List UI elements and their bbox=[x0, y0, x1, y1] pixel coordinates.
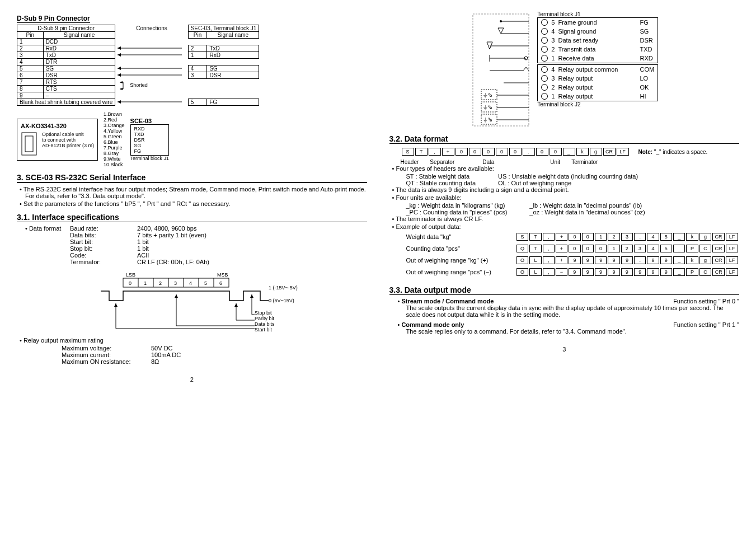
svg-text:LSB: LSB bbox=[126, 272, 135, 278]
svg-text:0 (5V~15V): 0 (5V~15V) bbox=[269, 298, 294, 303]
page-3: ⏚⇘ ⏚⇘ ⏚⇘ Terminal block J1 5 Frame groun… bbox=[389, 11, 740, 383]
connector-table: D-Sub 9 pin Connector Connections SEC-03… bbox=[17, 25, 259, 106]
svg-text:1 (-15V~-5V): 1 (-15V~-5V) bbox=[269, 285, 298, 291]
th-sig2: Signal name bbox=[207, 32, 259, 39]
page-2: D-Sub 9 Pin Connector D-Sub 9 pin Connec… bbox=[17, 11, 367, 383]
svg-text:4: 4 bbox=[189, 280, 192, 286]
bit-diagram: LSB MSB 0 1 2 3 4 5 6 1 (-15V~-5V) 0 (5V… bbox=[95, 270, 367, 332]
svg-marker-5 bbox=[118, 67, 121, 70]
svg-text:Stop bit: Stop bit bbox=[255, 310, 272, 316]
svg-text:Data bits: Data bits bbox=[255, 321, 275, 327]
svg-text:5: 5 bbox=[204, 280, 207, 286]
svg-text:⏚⇘: ⏚⇘ bbox=[483, 116, 492, 123]
svg-rect-48 bbox=[473, 14, 529, 126]
svg-marker-3 bbox=[118, 53, 121, 57]
connector-icon bbox=[21, 132, 37, 157]
th-pin: Pin bbox=[17, 32, 44, 39]
th-sig: Signal name bbox=[43, 32, 115, 39]
th-dsub: D-Sub 9 pin Connector bbox=[17, 25, 115, 32]
svg-text:⏚⇘: ⏚⇘ bbox=[483, 91, 492, 98]
svg-text:2: 2 bbox=[159, 280, 162, 286]
page-number-2: 2 bbox=[17, 376, 367, 383]
svg-text:0: 0 bbox=[129, 280, 132, 286]
circuit-icon: ⏚⇘ ⏚⇘ ⏚⇘ bbox=[470, 11, 532, 129]
svg-point-50 bbox=[500, 20, 502, 22]
svg-marker-8 bbox=[120, 81, 123, 83]
ax-label: AX-KO3341-320 bbox=[21, 123, 94, 129]
s32-title: 3.2. Data format bbox=[389, 134, 740, 144]
cable-desc: Optional cable unit to connect with AD-8… bbox=[42, 132, 94, 157]
s31-title: 3.1. Interface specifications bbox=[17, 213, 367, 222]
svg-marker-39 bbox=[250, 294, 253, 298]
format-cells: ST,+00000.00_kgCRLF bbox=[401, 147, 630, 157]
th-pin2: Pin bbox=[188, 32, 207, 39]
svg-marker-37 bbox=[234, 303, 238, 307]
s3-bullet1: The RS-232C serial interface has four ou… bbox=[25, 186, 367, 199]
svg-rect-13 bbox=[25, 136, 33, 152]
svg-marker-35 bbox=[175, 294, 178, 298]
svg-marker-7 bbox=[118, 73, 121, 77]
svg-text:⏚⇘: ⏚⇘ bbox=[483, 104, 492, 110]
s3-title: 3. SCE-03 RS-232C Serial Interface bbox=[17, 173, 367, 183]
dsub-heading: D-Sub 9 Pin Connector bbox=[17, 15, 90, 23]
cable-diagram: AX-KO3341-320 Optional cable unit to con… bbox=[17, 111, 367, 167]
th-connections: Connections bbox=[115, 25, 189, 32]
svg-marker-11 bbox=[118, 100, 121, 104]
th-sec03: SEC-03, Terminal block J1 bbox=[188, 25, 259, 32]
svg-text:6: 6 bbox=[219, 280, 222, 286]
svg-text:1: 1 bbox=[144, 280, 147, 286]
terminal-diagram: ⏚⇘ ⏚⇘ ⏚⇘ Terminal block J1 5 Frame groun… bbox=[389, 11, 740, 129]
svg-text:MSB: MSB bbox=[217, 272, 228, 278]
svg-marker-33 bbox=[114, 303, 118, 307]
sce03-label: SCE-03 bbox=[130, 118, 170, 124]
relay-title: Relay output maximum rating bbox=[25, 337, 367, 344]
svg-text:Start bit: Start bit bbox=[255, 327, 273, 331]
svg-text:Parity bit: Parity bit bbox=[255, 316, 275, 321]
svg-marker-1 bbox=[118, 46, 121, 50]
svg-marker-9 bbox=[120, 88, 123, 90]
page-number-3: 3 bbox=[389, 346, 740, 353]
svg-text:3: 3 bbox=[174, 280, 177, 286]
s33-title: 3.3. Data output mode bbox=[389, 285, 740, 295]
s3-bullet2: Set the parameters of the functions " bP… bbox=[25, 200, 367, 207]
